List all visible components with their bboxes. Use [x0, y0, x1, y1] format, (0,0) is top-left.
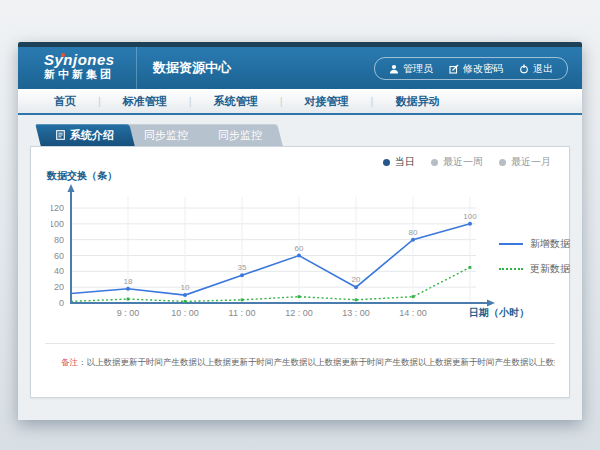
y-axis-arrow-icon — [68, 184, 75, 192]
legend-line-sample — [499, 243, 523, 245]
tab-2[interactable]: 同步监控 — [200, 124, 280, 146]
svg-text:10 : 00: 10 : 00 — [171, 308, 199, 318]
legend-label: 更新数据 — [530, 262, 570, 276]
svg-text:80: 80 — [54, 235, 64, 245]
line-chart: 0204060801001209 : 0010 : 0011 : 0012 : … — [51, 181, 511, 323]
chart-gridlines — [71, 197, 476, 302]
svg-text:13 : 00: 13 : 00 — [342, 308, 370, 318]
brand-logo: Synjones 新中新集团 — [44, 51, 115, 81]
svg-text:120: 120 — [51, 203, 64, 213]
svg-text:18: 18 — [124, 277, 133, 286]
filter-2[interactable]: 最近一月 — [499, 155, 551, 169]
logo-accent-dot — [61, 53, 65, 57]
svg-text:20: 20 — [54, 282, 64, 292]
svg-text:12 : 00: 12 : 00 — [285, 308, 313, 318]
footnote-prefix: 备注 — [61, 357, 78, 367]
radio-dot-icon — [431, 159, 438, 166]
chart-legend: 新增数据更新数据 — [499, 237, 570, 287]
legend-item-1[interactable]: 更新数据 — [499, 262, 570, 276]
filter-label: 当日 — [395, 155, 415, 169]
app-window: Synjones 新中新集团 数据资源中心 管理员 修改密码 — [18, 42, 582, 420]
page-title: 数据资源中心 — [136, 47, 231, 89]
svg-text:35: 35 — [238, 263, 247, 272]
svg-text:20: 20 — [352, 275, 361, 284]
series-line-0: 181035602080100 — [71, 212, 477, 297]
svg-text:60: 60 — [295, 244, 304, 253]
power-icon — [519, 64, 529, 74]
user-toolbar: 管理员 修改密码 退出 — [374, 57, 568, 80]
x-axis-title: 日期（小时） — [469, 306, 529, 320]
filter-1[interactable]: 最近一周 — [431, 155, 483, 169]
nav-item-0[interactable]: 首页 — [54, 94, 76, 109]
tab-label: 同步监控 — [218, 129, 262, 141]
logout-button[interactable]: 退出 — [519, 62, 553, 76]
footnote: 备注：以上数据更新于时间产生数据以上数据更新于时间产生数据以上数据更新于时间产生… — [61, 357, 555, 369]
tab-bar: 系统介绍同步监控同步监控 — [38, 124, 274, 146]
user-icon — [389, 64, 399, 74]
svg-text:100: 100 — [51, 219, 64, 229]
radio-dot-icon — [383, 159, 390, 166]
radio-dot-icon — [499, 159, 506, 166]
tab-label: 系统介绍 — [70, 129, 114, 141]
logout-label: 退出 — [533, 62, 553, 76]
footnote-text: ：以上数据更新于时间产生数据以上数据更新于时间产生数据以上数据更新于时间产生数据… — [78, 357, 555, 367]
nav-item-1[interactable]: 标准管理 — [76, 94, 167, 109]
filter-label: 最近一周 — [443, 155, 483, 169]
svg-text:11 : 00: 11 : 00 — [229, 308, 256, 318]
y-tick-labels: 020406080100120 — [51, 203, 64, 308]
logo-text: Synjones — [44, 51, 115, 68]
tab-1[interactable]: 同步监控 — [126, 124, 206, 146]
svg-text:9 : 00: 9 : 00 — [117, 308, 140, 318]
svg-text:80: 80 — [409, 228, 418, 237]
content-area: 系统介绍同步监控同步监控 当日最近一周最近一月 数据交换（条） 02040608… — [18, 115, 582, 420]
filter-0[interactable]: 当日 — [383, 155, 415, 169]
x-tick-labels: 9 : 0010 : 0011 : 0012 : 0013 : 0014 : 0… — [117, 308, 427, 318]
svg-text:60: 60 — [54, 251, 64, 261]
svg-text:100: 100 — [463, 212, 477, 221]
logo-subtext: 新中新集团 — [44, 68, 115, 81]
app-header: Synjones 新中新集团 数据资源中心 管理员 修改密码 — [18, 47, 582, 89]
svg-text:40: 40 — [54, 266, 64, 276]
svg-text:10: 10 — [181, 283, 190, 292]
tab-label: 同步监控 — [144, 129, 188, 141]
svg-text:14 : 00: 14 : 00 — [399, 308, 427, 318]
user-menu-button[interactable]: 管理员 — [389, 62, 433, 76]
range-filters: 当日最近一周最近一月 — [383, 155, 551, 169]
change-password-label: 修改密码 — [463, 62, 503, 76]
user-label: 管理员 — [403, 62, 433, 76]
edit-icon — [449, 64, 459, 74]
nav-item-4[interactable]: 数据异动 — [349, 94, 440, 109]
change-password-button[interactable]: 修改密码 — [449, 62, 503, 76]
document-icon — [56, 130, 65, 140]
main-nav: 首页标准管理系统管理对接管理数据异动 — [18, 89, 582, 115]
content-panel: 当日最近一周最近一月 数据交换（条） 0204060801001209 : 00… — [30, 146, 570, 398]
filter-label: 最近一月 — [511, 155, 551, 169]
nav-item-3[interactable]: 对接管理 — [258, 94, 349, 109]
legend-label: 新增数据 — [530, 237, 570, 251]
svg-text:0: 0 — [59, 298, 64, 308]
nav-item-2[interactable]: 系统管理 — [167, 94, 258, 109]
legend-item-0[interactable]: 新增数据 — [499, 237, 570, 251]
tab-0[interactable]: 系统介绍 — [38, 124, 132, 146]
legend-line-sample — [499, 268, 523, 270]
note-divider — [45, 343, 555, 344]
